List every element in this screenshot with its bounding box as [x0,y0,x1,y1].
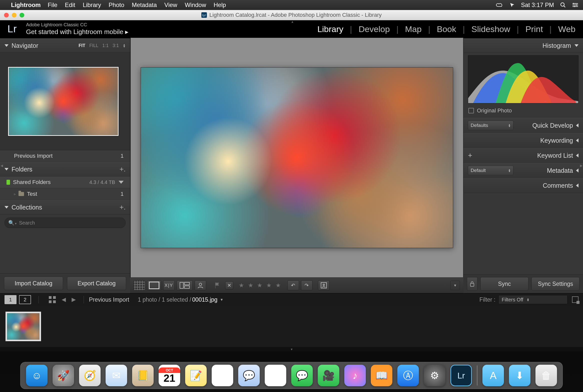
expand-dots-icon[interactable]: ▹ [14,192,15,196]
menu-help[interactable]: Help [214,2,226,9]
dock-mail[interactable]: ✉ [106,365,127,386]
collections-search-input[interactable]: 🔍▾ Search [5,218,126,228]
navigator-panel-header[interactable]: Navigator FIT FILL 1:1 3:1 ▲▼ [0,38,130,53]
module-book[interactable]: Book [437,24,456,34]
add-collection-icon[interactable]: +. [120,203,126,211]
menu-file[interactable]: File [48,2,58,9]
zoom-fit[interactable]: FIT [79,43,85,48]
image-viewer[interactable] [130,38,463,277]
dock-messages[interactable]: 💬 [291,365,313,386]
right-panel-collapse-icon[interactable]: ▸ [580,162,582,168]
rotate-ccw-button[interactable]: ↶ [287,280,299,290]
menubar-clock[interactable]: Sat 3:17 PM [521,2,554,9]
spotlight-icon[interactable] [560,2,566,8]
add-folder-icon[interactable]: +. [120,165,126,173]
dock-notes[interactable]: 📝 [185,365,207,386]
filename-dropdown-icon[interactable]: ▼ [220,298,223,302]
menubar-app-name[interactable]: Lightroom [11,2,41,9]
dock-appstore[interactable]: Ⓐ [397,365,419,386]
people-view-button[interactable] [195,280,206,290]
dock-ibooks[interactable]: 📖 [371,365,392,386]
control-center-icon[interactable] [572,3,578,8]
collections-panel-header[interactable]: Collections +. [0,200,130,215]
module-print[interactable]: Print [525,24,543,34]
zoom-3to1[interactable]: 3:1 [113,43,119,48]
dock-downloads-folder[interactable]: ⬇ [509,365,530,386]
dock-safari[interactable]: 🧭 [79,365,101,386]
metadata-header[interactable]: Default ▲▼ Metadata [463,163,583,178]
monitor-1-button[interactable]: 1 [5,295,17,304]
filter-dropdown[interactable]: Filters Off ▲▼ [498,295,567,304]
metadata-preset-dropdown[interactable]: Default ▲▼ [468,166,513,175]
sync-lock-toggle[interactable] [467,277,477,291]
dock-trash[interactable]: 🗑 [535,365,557,386]
dock-launchpad[interactable]: 🚀 [53,365,74,386]
module-map[interactable]: Map [405,24,422,34]
quick-develop-preset-dropdown[interactable]: Defaults ▲▼ [468,121,513,130]
zoom-fill[interactable]: FILL [89,43,98,48]
module-develop[interactable]: Develop [359,24,390,34]
grid-view-button[interactable] [134,280,145,290]
creative-cloud-icon[interactable] [496,3,503,8]
module-library[interactable]: Library [317,24,343,34]
cursor-status-icon[interactable] [509,2,515,8]
histogram-panel-header[interactable]: Histogram [463,38,583,53]
flag-reject-button[interactable]: ✕ [225,281,233,289]
dock-photos[interactable]: ✿ [265,365,286,386]
rating-stars[interactable]: ★ ★ ★ ★ ★ [239,280,282,290]
dock-lightroom[interactable]: Lr [450,365,472,386]
original-photo-checkbox[interactable] [468,108,474,113]
flag-pick-button[interactable] [212,280,223,290]
rotate-cw-button[interactable]: ↷ [301,280,313,290]
keywording-header[interactable]: Keywording [463,133,583,148]
folders-panel-header[interactable]: Folders +. [0,162,130,176]
face-region-button[interactable] [318,280,330,290]
dock-itunes[interactable]: ♪ [344,365,366,386]
navigator-preview[interactable] [0,53,130,150]
menu-library[interactable]: Library [83,2,101,9]
volume-options-icon[interactable] [119,181,124,184]
keyword-list-header[interactable]: + Keyword List [463,148,583,163]
window-close-button[interactable] [4,13,9,18]
monitor-2-button[interactable]: 2 [19,295,31,304]
source-crumb[interactable]: Previous Import [89,296,129,303]
zoom-1to1[interactable]: 1:1 [102,43,109,48]
import-catalog-button[interactable]: Import Catalog [4,277,63,290]
window-minimize-button[interactable] [12,13,17,18]
window-zoom-button[interactable] [20,13,24,18]
dock-facetime[interactable]: 🎥 [318,365,339,386]
survey-view-button[interactable] [177,280,193,290]
filter-lock-toggle[interactable] [572,296,578,303]
dock-apps-folder[interactable]: A [482,365,504,386]
nav-back-button[interactable]: ◄ [60,296,67,304]
dock-messages-alt[interactable]: 💬 [238,365,260,386]
sync-settings-button[interactable]: Sync Settings [531,277,579,291]
current-filename[interactable]: 00015.jpg [192,296,217,303]
bottom-panel-handle-icon[interactable]: ▾ [0,347,583,351]
histogram-display[interactable]: ––––– [468,55,578,103]
quick-develop-header[interactable]: Defaults ▲▼ Quick Develop [463,118,583,133]
menu-edit[interactable]: Edit [65,2,75,9]
add-keyword-icon[interactable]: + [468,151,472,160]
folder-row[interactable]: ▹ Test 1 [0,188,130,200]
module-web[interactable]: Web [558,24,575,34]
sync-button[interactable]: Sync [480,277,528,291]
filmstrip-thumbnail[interactable] [6,312,41,341]
catalog-previous-import[interactable]: Previous Import 1 [0,150,130,162]
export-catalog-button[interactable]: Export Catalog [67,277,126,290]
left-panel-collapse-icon[interactable]: ◂ [1,162,3,168]
dock-calendar[interactable]: OCT21 [159,365,180,386]
get-started-mobile-link[interactable]: Get started with Lightroom mobile ▸ [26,28,128,36]
menu-window[interactable]: Window [185,2,206,9]
loupe-view-button[interactable] [147,280,161,290]
nav-forward-button[interactable]: ► [70,296,77,304]
grid-quick-button[interactable] [49,296,56,303]
module-slideshow[interactable]: Slideshow [471,24,510,34]
filmstrip[interactable] [0,306,583,347]
compare-view-button[interactable]: X|Y [163,280,175,290]
menu-metadata[interactable]: Metadata [132,2,157,9]
dock-settings[interactable]: ⚙ [424,365,445,386]
menu-view[interactable]: View [164,2,177,9]
volume-row[interactable]: Shared Folders 4.3 / 4.4 TB [0,176,130,188]
dock-finder[interactable]: ☺ [26,365,48,386]
